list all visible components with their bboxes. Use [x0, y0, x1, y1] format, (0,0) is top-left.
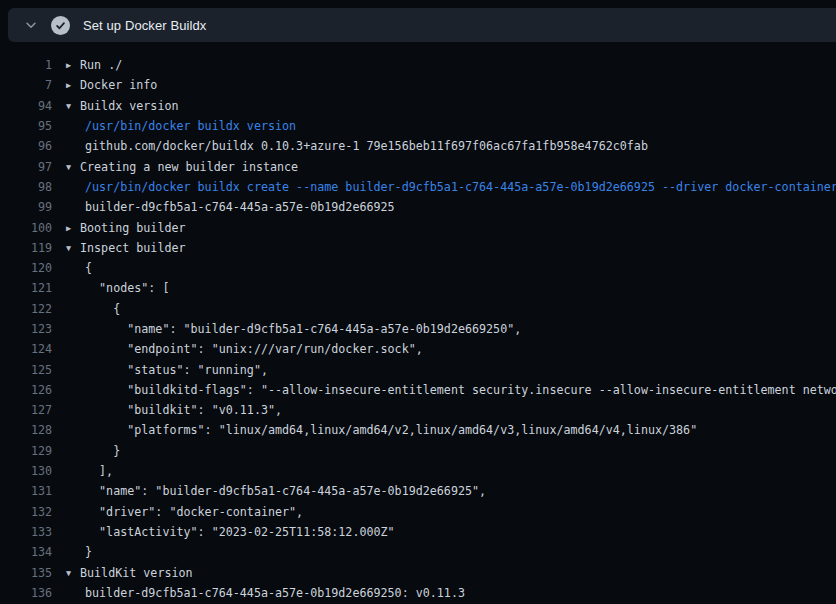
output-text: "platforms": "linux/amd64,linux/amd64/v2… — [66, 423, 697, 437]
group-title: BuildKit version — [80, 566, 193, 580]
line-number-link[interactable]: 120 — [0, 261, 52, 275]
log-line: 120{ — [0, 258, 836, 278]
line-number-link[interactable]: 131 — [0, 484, 52, 498]
output-text: "buildkitd-flags": "--allow-insecure-ent… — [66, 383, 836, 397]
line-number-link[interactable]: 96 — [0, 139, 52, 153]
command-text: /usr/bin/docker buildx version — [66, 119, 296, 133]
log-line: 95/usr/bin/docker buildx version — [0, 116, 836, 136]
line-number-link[interactable]: 124 — [0, 342, 52, 356]
line-number-link[interactable]: 94 — [0, 99, 52, 113]
line-number-link[interactable]: 97 — [0, 160, 52, 174]
line-number-link[interactable]: 134 — [0, 545, 52, 559]
line-number-link[interactable]: 100 — [0, 221, 52, 235]
log-line: 134} — [0, 542, 836, 562]
line-number-link[interactable]: 133 — [0, 525, 52, 539]
group-toggle[interactable]: ▼Creating a new builder instance — [66, 160, 298, 174]
log-line: 132 "driver": "docker-container", — [0, 502, 836, 522]
line-number-link[interactable]: 126 — [0, 383, 52, 397]
log-line: 1▶Run ./ — [0, 55, 836, 75]
log-line: 125 "status": "running", — [0, 359, 836, 379]
output-text: github.com/docker/buildx 0.10.3+azure-1 … — [66, 139, 648, 153]
line-number-link[interactable]: 1 — [0, 58, 52, 72]
log-line: 99builder-d9cfb5a1-c764-445a-a57e-0b19d2… — [0, 197, 836, 217]
line-number-link[interactable]: 95 — [0, 119, 52, 133]
log-line: 124 "endpoint": "unix:///var/run/docker.… — [0, 339, 836, 359]
log-line: 7▶Docker info — [0, 75, 836, 95]
output-text: ], — [66, 464, 113, 478]
output-text: "buildkit": "v0.11.3", — [66, 403, 282, 417]
group-title: Buildx version — [80, 99, 179, 113]
output-text: "nodes": [ — [66, 281, 169, 295]
check-circle-icon — [51, 16, 70, 35]
group-title: Creating a new builder instance — [80, 160, 298, 174]
command-text: /usr/bin/docker buildx create --name bui… — [66, 180, 836, 194]
triangle-down-icon[interactable]: ▼ — [66, 243, 80, 253]
triangle-down-icon[interactable]: ▼ — [66, 101, 80, 111]
group-toggle[interactable]: ▶Booting builder — [66, 221, 186, 235]
output-text: builder-d9cfb5a1-c764-445a-a57e-0b19d2e6… — [66, 586, 465, 600]
line-number-link[interactable]: 135 — [0, 566, 52, 580]
log-line: 129 } — [0, 441, 836, 461]
step-title: Set up Docker Buildx — [83, 18, 206, 33]
output-text: "driver": "docker-container", — [66, 505, 303, 519]
output-text: "status": "running", — [66, 363, 268, 377]
log-line: 96github.com/docker/buildx 0.10.3+azure-… — [0, 136, 836, 156]
group-title: Run ./ — [80, 58, 122, 72]
line-number-link[interactable]: 122 — [0, 302, 52, 316]
line-number-link[interactable]: 7 — [0, 78, 52, 92]
line-number-link[interactable]: 130 — [0, 464, 52, 478]
log-line: 119▼Inspect builder — [0, 238, 836, 258]
line-number-link[interactable]: 128 — [0, 423, 52, 437]
group-title: Docker info — [80, 78, 157, 92]
group-toggle[interactable]: ▼Inspect builder — [66, 241, 186, 255]
triangle-down-icon[interactable]: ▼ — [66, 568, 80, 578]
triangle-down-icon[interactable]: ▼ — [66, 162, 80, 172]
triangle-right-icon[interactable]: ▶ — [66, 223, 80, 233]
line-number-link[interactable]: 129 — [0, 444, 52, 458]
log-line: 94▼Buildx version — [0, 96, 836, 116]
log-line: 128 "platforms": "linux/amd64,linux/amd6… — [0, 420, 836, 440]
log-line: 126 "buildkitd-flags": "--allow-insecure… — [0, 380, 836, 400]
group-title: Inspect builder — [80, 241, 186, 255]
line-number-link[interactable]: 99 — [0, 200, 52, 214]
group-toggle[interactable]: ▼Buildx version — [66, 99, 179, 113]
log-lines: 1▶Run ./7▶Docker info94▼Buildx version95… — [0, 55, 836, 603]
output-text: { — [66, 302, 120, 316]
line-number-link[interactable]: 119 — [0, 241, 52, 255]
log-line: 100▶Booting builder — [0, 217, 836, 237]
group-toggle[interactable]: ▶Run ./ — [66, 58, 122, 72]
line-number-link[interactable]: 136 — [0, 586, 52, 600]
output-text: "name": "builder-d9cfb5a1-c764-445a-a57e… — [66, 322, 521, 336]
step-header[interactable]: Set up Docker Buildx — [8, 8, 836, 42]
line-number-link[interactable]: 123 — [0, 322, 52, 336]
log-line: 136builder-d9cfb5a1-c764-445a-a57e-0b19d… — [0, 583, 836, 603]
line-number-link[interactable]: 98 — [0, 180, 52, 194]
output-text: builder-d9cfb5a1-c764-445a-a57e-0b19d2e6… — [66, 200, 395, 214]
log-line: 130 ], — [0, 461, 836, 481]
chevron-down-icon[interactable] — [20, 14, 42, 36]
log-line: 122 { — [0, 299, 836, 319]
triangle-right-icon[interactable]: ▶ — [66, 60, 80, 70]
output-text: "lastActivity": "2023-02-25T11:58:12.000… — [66, 525, 395, 539]
output-text: } — [66, 545, 92, 559]
triangle-right-icon[interactable]: ▶ — [66, 80, 80, 90]
output-text: { — [66, 261, 92, 275]
group-title: Booting builder — [80, 221, 186, 235]
log-line: 131 "name": "builder-d9cfb5a1-c764-445a-… — [0, 481, 836, 501]
output-text: "endpoint": "unix:///var/run/docker.sock… — [66, 342, 423, 356]
log-line: 97▼Creating a new builder instance — [0, 156, 836, 176]
log-line: 98/usr/bin/docker buildx create --name b… — [0, 177, 836, 197]
line-number-link[interactable]: 127 — [0, 403, 52, 417]
log-line: 121 "nodes": [ — [0, 278, 836, 298]
line-number-link[interactable]: 125 — [0, 363, 52, 377]
line-number-link[interactable]: 121 — [0, 281, 52, 295]
log-line: 135▼BuildKit version — [0, 562, 836, 582]
group-toggle[interactable]: ▼BuildKit version — [66, 566, 193, 580]
log-line: 123 "name": "builder-d9cfb5a1-c764-445a-… — [0, 319, 836, 339]
output-text: "name": "builder-d9cfb5a1-c764-445a-a57e… — [66, 484, 486, 498]
log-line: 127 "buildkit": "v0.11.3", — [0, 400, 836, 420]
output-text: } — [66, 444, 120, 458]
line-number-link[interactable]: 132 — [0, 505, 52, 519]
group-toggle[interactable]: ▶Docker info — [66, 78, 157, 92]
log-line: 133 "lastActivity": "2023-02-25T11:58:12… — [0, 522, 836, 542]
